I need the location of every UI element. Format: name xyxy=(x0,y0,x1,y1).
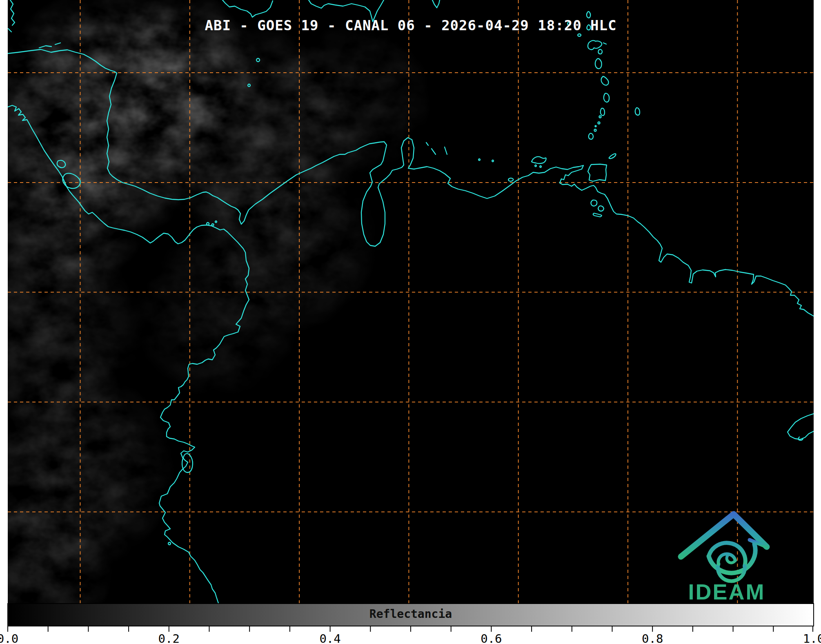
colorbar-tick-label: 0.2 xyxy=(158,632,180,644)
colorbar-tick-label: 0.8 xyxy=(642,632,663,644)
satellite-map xyxy=(0,0,821,644)
colorbar-tick-label: 0.0 xyxy=(0,632,18,644)
colorbar-tick-label: 1.0 xyxy=(803,632,821,644)
goes-satellite-figure: ABI - GOES 19 - CANAL 06 - 2026-04-29 18… xyxy=(0,0,821,644)
colorbar-tick-label: 0.6 xyxy=(481,632,502,644)
map-title: ABI - GOES 19 - CANAL 06 - 2026-04-29 18… xyxy=(8,17,814,33)
colorbar-tick-label: 0.4 xyxy=(319,632,340,644)
colorbar-label: Reflectancia xyxy=(8,607,814,621)
cloud-texture xyxy=(8,0,814,603)
logo-text: IDEAM xyxy=(686,579,768,604)
